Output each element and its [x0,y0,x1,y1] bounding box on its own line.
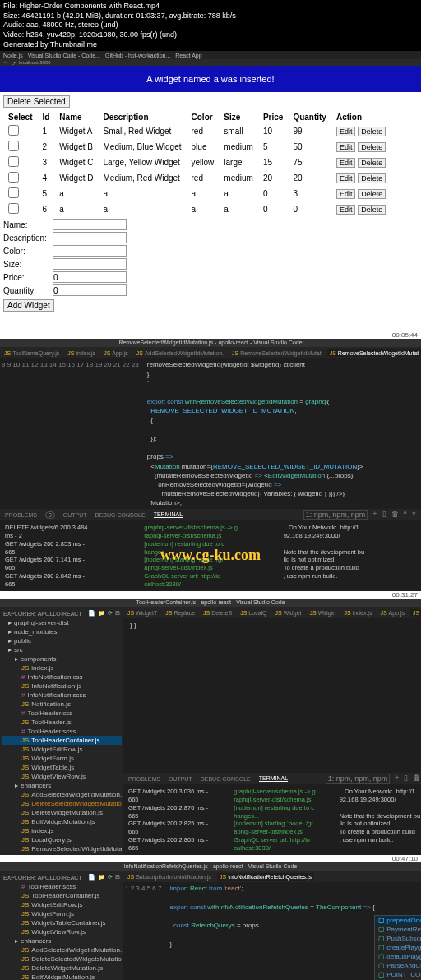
autocomplete-item[interactable]: ▢ defaultPlaygroundOptions [375,952,421,961]
edit-button[interactable]: Edit [336,173,356,183]
editor-tab[interactable]: JSInfoNotificationRefetchQueries.js [217,873,314,881]
file-item[interactable]: JSEditWidgetMutation.js [2,817,122,826]
file-item[interactable]: JSDeleteSelectedWidgetsMutation.js [2,799,122,808]
name-input[interactable] [53,219,127,230]
folder-item[interactable]: ▸public [2,636,122,645]
autocomplete-item[interactable]: ▢ PushSubscriptionOptions [375,934,421,943]
trash-icon[interactable]: 🗑 [391,510,399,520]
nav-back-icon[interactable]: ← [3,60,8,65]
refresh-icon[interactable]: ⟳ [108,610,113,617]
file-item[interactable]: JSWidgetEditRow.js [2,745,122,754]
taskbar-item[interactable]: Visual Studio Code - Code... [28,53,100,58]
price-input[interactable] [53,271,127,283]
file-item[interactable]: #InfoNotification.scss [2,691,122,700]
browser-address-bar[interactable]: ← ⟳ localhost:3000 [0,59,421,66]
autocomplete-item[interactable]: ▢ createPlaygroundOptions [375,943,421,952]
file-item[interactable]: JSWidgetTable.js [2,763,122,772]
folder-item[interactable]: ▸graphql-server-dist [2,618,122,627]
taskbar-item[interactable]: React App [175,53,201,58]
collapse-icon[interactable]: ⊟ [115,874,120,881]
file-item[interactable]: JSWidgetViewRow.js [2,772,122,781]
delete-button[interactable]: Delete [358,142,386,152]
explorer-sidebar[interactable]: EXPLORER: APOLLO-REACT 📄 📁 ⟳ ⊟ ▸graphql-… [0,607,123,855]
terminal[interactable]: DELETE /widgets/6 200 3.484 ms - 2 GET /… [0,520,421,591]
editor-tab[interactable]: JSToolHe [410,609,421,617]
add-widget-button[interactable]: Add Widget [3,299,54,312]
editor-tab[interactable]: JSReplace [163,609,197,617]
terminal[interactable]: GET /widgets 200 3.036 ms - 665 GET /wid… [123,784,421,855]
color-input[interactable] [53,245,127,257]
terminal-select[interactable]: 1: npm, npm, npm [326,774,391,784]
file-item[interactable]: JSToolHeaderContainer.js [2,891,122,900]
new-folder-icon[interactable]: 📁 [98,610,105,617]
file-item[interactable]: JSWidgetsTableContainer.js [2,918,122,927]
select-checkbox[interactable] [8,187,19,198]
folder-item[interactable]: ▸enhancers [2,781,122,790]
code-editor[interactable]: removeSelectedWidgetId(widgetId: $widget… [144,358,367,509]
file-item[interactable]: #ToolHeader.css [2,709,122,718]
file-item[interactable]: JSRemoveSelectedWidgetIdMutation.js [2,844,122,853]
select-checkbox[interactable] [8,203,19,214]
edit-button[interactable]: Edit [336,158,356,168]
editor-tab[interactable]: JSindex.js [65,349,98,357]
chevron-up-icon[interactable]: ^ [404,510,407,520]
file-item[interactable]: JSEditWidgetMutation.js [2,973,122,980]
refresh-icon[interactable]: ⟳ [108,874,113,881]
taskbar-item[interactable]: GitHub - hot-workaction... [105,53,170,58]
autocomplete-item[interactable]: ▢ PaymentResponse [375,925,421,934]
file-item[interactable]: JSindex.js [2,663,122,673]
file-item[interactable]: JSDeleteWidgetMutation.js [2,964,122,973]
file-item[interactable]: JSWidgetEditRow.js [2,900,122,909]
folder-item[interactable]: ▸components [2,654,122,663]
select-checkbox[interactable] [8,172,19,183]
debug-console-tab[interactable]: DEBUG CONSOLE [201,776,251,782]
file-item[interactable]: #ToolHeader.scss [2,882,122,891]
file-item[interactable]: JSDeleteSelectedWidgetsMutation.js [2,955,122,964]
edit-button[interactable]: Edit [336,205,356,215]
select-checkbox[interactable] [8,156,19,167]
file-item[interactable]: JSInfoNotification.js [2,682,122,691]
editor-tab[interactable]: JSLocalQ [238,609,269,617]
new-folder-icon[interactable]: 📁 [98,874,105,881]
folder-item[interactable]: ▸node_modules [2,627,122,636]
delete-button[interactable]: Delete [358,189,386,199]
edit-button[interactable]: Edit [336,189,356,199]
file-item[interactable]: JSWidgetForm.js [2,754,122,763]
delete-button[interactable]: Delete [358,205,386,215]
editor-tab[interactable]: JSSubscriptionInfoNotification.js [125,873,214,881]
autocomplete-item[interactable]: ▢ POINT_CONVERSION_COMPRESSED [375,970,421,979]
taskbar-item[interactable]: Node.js [3,53,23,58]
autocomplete-item[interactable]: ▢ ParseAndCheckHttpResponse [375,961,421,970]
url-text[interactable]: localhost:3000 [19,60,51,65]
file-item[interactable]: JSNotification.js [2,700,122,709]
delete-button[interactable]: Delete [358,158,386,168]
new-terminal-icon[interactable]: + [372,510,377,520]
select-checkbox[interactable] [8,141,19,151]
editor-tab[interactable]: JSWidget [308,609,339,617]
file-item[interactable]: JSindex.js [2,826,122,835]
debug-console-tab[interactable]: DEBUG CONSOLE [95,512,146,518]
editor-tab[interactable]: JSApp.js [101,349,131,357]
file-item[interactable]: JSToolHeader.js [2,718,122,727]
edit-button[interactable]: Edit [336,142,356,152]
select-checkbox[interactable] [8,125,19,136]
editor-tab[interactable]: JSRemoveSelectedWidgetIdMutat [229,349,324,357]
file-item[interactable]: #ToolHeader.scss [2,727,122,736]
collapse-icon[interactable]: ⊟ [115,610,120,617]
explorer-sidebar[interactable]: EXPLORER: APOLLO-REACT 📄 📁 ⟳ ⊟ #ToolHead… [0,871,123,980]
editor-tab[interactable]: JSToolNameQuery.js [2,349,62,357]
file-item[interactable]: JSWidgetForm.js [2,909,122,918]
code-editor[interactable]: } } [123,618,421,773]
file-item[interactable]: JSAddSelectedWidgetIdMutation.js [2,790,122,799]
editor-tab[interactable]: JSDeleteS [201,609,234,617]
file-item[interactable]: JSLocalQuery.js [2,835,122,844]
new-file-icon[interactable]: 📄 [88,874,95,881]
new-file-icon[interactable]: 📄 [88,610,95,617]
problems-tab[interactable]: PROBLEMS [128,776,160,782]
split-terminal-icon[interactable]: ▯ [382,510,386,520]
terminal-tab[interactable]: TERMINAL [154,511,183,518]
editor-tab[interactable]: JSindex.js [341,609,374,617]
editor-tab[interactable]: JSAddSelectedWidgetIdMutation. [134,349,226,357]
autocomplete-popup[interactable]: ▢ prependOnceListenerAuto import from 'c… [374,915,421,980]
trash-icon[interactable]: 🗑 [413,774,420,784]
